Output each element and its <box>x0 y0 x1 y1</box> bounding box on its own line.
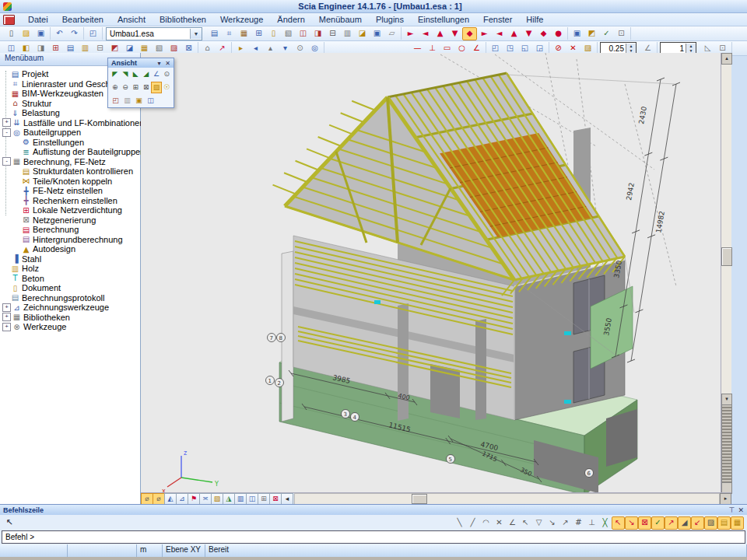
tree-item-netzgenerierung[interactable]: ⊠Netzgenerierung <box>0 215 140 226</box>
clip-back-icon[interactable]: ⌀ <box>153 493 165 505</box>
flag-icon[interactable]: ⚑ <box>188 493 200 505</box>
track-intersection-icon[interactable]: ⊠ <box>638 516 651 530</box>
render-mode-icon[interactable]: ▧ <box>211 493 223 505</box>
select-by-property-icon[interactable]: ▲ <box>433 27 447 40</box>
track-endpoint-icon[interactable]: ↖ <box>612 516 625 530</box>
line-grid-icon[interactable]: ⌗ <box>222 27 237 40</box>
track-line-icon[interactable]: ↙ <box>691 516 704 530</box>
previous-selection-icon[interactable]: ▲ <box>507 27 521 40</box>
snap-node-icon[interactable]: ↗ <box>559 516 572 530</box>
track-midpoint-icon[interactable]: ↘ <box>625 516 638 530</box>
view-manager-icon[interactable]: ⊡ <box>614 27 629 40</box>
project-data-icon[interactable]: ▤ <box>207 27 222 40</box>
menu-item-bibliotheken[interactable]: Bibliotheken <box>153 14 213 25</box>
tree-item-belastung[interactable]: ⇓Belastung <box>0 108 140 118</box>
scroll-right-icon[interactable]: ▸ <box>720 493 731 505</box>
snap-grid-icon[interactable]: # <box>572 516 585 530</box>
scroll-down-icon[interactable]: ▾ <box>721 394 732 405</box>
palette-close-icon[interactable]: ✕ <box>163 60 172 67</box>
deselect-icon[interactable]: ► <box>477 27 492 40</box>
track-ortho-icon[interactable]: ✓ <box>651 516 665 530</box>
menu-item-menübaum[interactable]: Menübaum <box>312 14 369 25</box>
select-single-icon[interactable]: ► <box>403 27 418 40</box>
chevron-down-icon[interactable]: ▼ <box>190 29 202 39</box>
command-input[interactable]: Befehl > <box>2 530 745 544</box>
named-selection-icon[interactable]: ▼ <box>521 27 536 40</box>
clipboard-icon[interactable]: ▯ <box>266 27 281 40</box>
tree-expand-plus-icon[interactable]: + <box>2 303 11 312</box>
tree-item-werkzeuge[interactable]: +⊗Werkzeuge <box>0 322 140 332</box>
paperspace-icon[interactable]: ◫ <box>296 27 310 40</box>
tree-item-zeichnungswerkzeuge[interactable]: +⊿Zeichnungswerkzeuge <box>0 303 140 313</box>
view-z-icon[interactable]: ◣ <box>131 68 141 80</box>
horizontal-scrollbar[interactable] <box>294 493 720 505</box>
view-y-icon[interactable]: ◥ <box>120 68 130 80</box>
close-viewport-icon[interactable]: ◰ <box>86 27 100 40</box>
tree-item-auflistung-der-bauteilgruppen[interactable]: ≣Auflistung der Bauteilgruppen <box>0 147 140 157</box>
document-icon[interactable]: ▣ <box>370 27 384 40</box>
save-icon[interactable]: ▣ <box>33 27 48 40</box>
palette-title-bar[interactable]: Ansicht ▾ ✕ <box>108 58 174 68</box>
tree-expand-minus-icon[interactable]: - <box>2 157 11 166</box>
tree-item-autodesign[interactable]: ▲Autodesign <box>0 244 140 254</box>
graph-view-icon[interactable]: ⊿ <box>176 493 188 505</box>
dot-grid-icon[interactable]: ▤ <box>717 516 731 530</box>
vertical-scrollbar[interactable]: ▴ ▾ <box>721 53 731 493</box>
printer-icon[interactable]: ⊟ <box>325 27 340 40</box>
tree-item-fe-netz-einstellen[interactable]: ╋FE-Netz einstellen <box>0 186 140 196</box>
selection-filter-icon[interactable]: ◆ <box>536 27 551 40</box>
render-window-icon[interactable]: ◫ <box>145 95 156 107</box>
pin-icon[interactable]: ⊤ <box>729 506 735 514</box>
snap-midpoint-icon[interactable]: ╱ <box>466 516 479 530</box>
save-view-icon[interactable]: ▣ <box>570 27 584 40</box>
tree-item-bauteilgruppen[interactable]: -◎Bauteilgruppen <box>0 128 140 138</box>
zoom-window-icon[interactable]: ⊞ <box>131 82 141 93</box>
zoom-all-icon[interactable]: ⊙ <box>162 68 172 80</box>
undo-icon[interactable]: ↶ <box>52 27 67 40</box>
redo-icon[interactable]: ↷ <box>67 27 82 40</box>
tree-item-dokument[interactable]: ▯Dokument <box>0 283 140 293</box>
menu-item-ändern[interactable]: Ändern <box>270 14 311 25</box>
menu-item-plugins[interactable]: Plugins <box>369 14 411 25</box>
invert-selection-icon[interactable]: ◄ <box>492 27 507 40</box>
line-grid-snap-icon[interactable]: ▦ <box>731 516 744 530</box>
tree-item-berechnung-fe-netz[interactable]: -▦Berechnung, FE-Netz <box>0 157 140 167</box>
command-panel-title-bar[interactable]: Befehlszeile ⊤ ✕ <box>0 505 747 515</box>
save-view-add-icon[interactable]: ◩ <box>584 27 599 40</box>
cursor-mode-icon[interactable]: ↖ <box>3 516 16 529</box>
tree-expand-plus-icon[interactable]: + <box>2 313 11 321</box>
load-display-icon[interactable]: ◫ <box>246 493 258 505</box>
lightbulb-icon[interactable]: ☉ <box>162 82 172 93</box>
scroll-left-icon[interactable]: ◂ <box>281 493 293 505</box>
select-by-workplane-icon[interactable]: ◆ <box>462 27 477 40</box>
zoom-selection-icon[interactable]: ⊠ <box>141 82 151 93</box>
visibility-settings-icon[interactable]: ▨ <box>151 82 161 93</box>
tree-item-einstellungen[interactable]: ⚙Einstellungen <box>0 138 140 148</box>
axonometric-view-icon[interactable]: ◢ <box>141 68 151 80</box>
tree-item-strukturdaten-kontrollieren[interactable]: ▤Strukturdaten kontrollieren <box>0 166 140 177</box>
gallery-icon[interactable]: ▧ <box>281 27 296 40</box>
select-by-cursor-icon[interactable]: ◄ <box>418 27 433 40</box>
snap-ortho-icon[interactable]: ⊥ <box>585 516 598 530</box>
grid-display-icon[interactable]: ⊠ <box>269 493 282 505</box>
tree-item-berechnungsprotokoll[interactable]: ▤Berechnungsprotokoll <box>0 293 140 303</box>
view-x-icon[interactable]: ◤ <box>110 68 120 80</box>
image-export-icon[interactable]: ◪ <box>355 27 370 40</box>
perspective-icon[interactable]: ∠ <box>151 68 161 80</box>
close-panel-icon[interactable]: ✕ <box>738 506 744 514</box>
selection-center-icon[interactable]: ● <box>551 27 566 40</box>
snap-cross-icon[interactable]: ╳ <box>598 516 612 530</box>
zoom-in-icon[interactable]: ⊕ <box>110 82 120 93</box>
snap-tangent-icon[interactable]: ▽ <box>532 516 545 530</box>
catalog-blocks-icon[interactable]: ⊞ <box>251 27 266 40</box>
menu-item-werkzeuge[interactable]: Werkzeuge <box>213 14 270 25</box>
apply-view-icon[interactable]: ✓ <box>599 27 614 40</box>
menu-item-bearbeiten[interactable]: Bearbeiten <box>55 14 110 25</box>
document-system-icon[interactable] <box>3 15 15 25</box>
tree-expand-plus-icon[interactable]: + <box>2 323 11 331</box>
surface-display-icon[interactable]: ◮ <box>223 493 235 505</box>
spinner-arrows[interactable]: ▲▼ <box>686 44 696 53</box>
horizontal-scroll-thumb[interactable] <box>412 494 427 504</box>
clipboard-copy-icon[interactable]: ▥ <box>121 95 133 107</box>
beam-display-icon[interactable]: ▥ <box>234 493 247 505</box>
